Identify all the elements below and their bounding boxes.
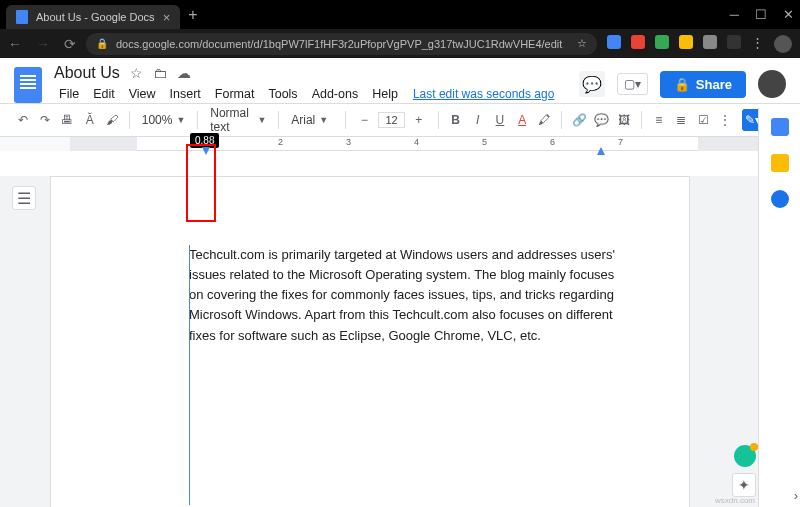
tab-title: About Us - Google Docs [36,11,155,23]
extension-icon[interactable] [679,35,693,49]
lock-icon: 🔒 [674,77,690,92]
comment-history-button[interactable]: 💬 [579,71,605,97]
horizontal-ruler[interactable]: 0.88 1 2 3 4 5 6 7 [70,137,760,151]
bold-icon[interactable]: B [446,109,464,131]
move-icon[interactable]: 🗀 [153,65,167,81]
extension-icon[interactable] [607,35,621,49]
separator [197,111,198,129]
browser-tab[interactable]: About Us - Google Docs × [6,5,180,29]
watermark: wsxdn.com [715,496,755,505]
explore-button[interactable]: ✦ [732,473,756,497]
separator [561,111,562,129]
extension-icon[interactable] [655,35,669,49]
share-button[interactable]: 🔒 Share [660,71,746,98]
image-icon[interactable]: 🖼 [615,109,633,131]
lock-icon: 🔒 [96,38,108,49]
url-text: docs.google.com/document/d/1bqPW7lF1fHF3… [116,38,562,50]
document-title[interactable]: About Us [54,64,120,82]
keep-icon[interactable] [771,154,789,172]
menu-help[interactable]: Help [367,85,403,103]
document-canvas: Techcult.com is primarily targeted at Wi… [0,176,758,507]
separator [129,111,130,129]
print-icon[interactable]: 🖶 [58,109,76,131]
account-avatar[interactable] [758,70,786,98]
more-icon[interactable]: ⋮ [716,109,734,131]
url-input[interactable]: 🔒 docs.google.com/document/d/1bqPW7lF1fH… [86,33,597,55]
extension-icon[interactable] [703,35,717,49]
link-icon[interactable]: 🔗 [570,109,588,131]
menu-view[interactable]: View [124,85,161,103]
increase-font-icon[interactable]: + [408,109,430,131]
new-tab-button[interactable]: + [188,6,197,24]
side-panel-collapse-icon[interactable]: › [794,488,798,503]
browser-tab-bar: About Us - Google Docs × + ─ ☐ ✕ [0,0,800,29]
reload-icon[interactable]: ⟳ [64,36,76,52]
separator [641,111,642,129]
annotation-highlight [186,144,216,222]
docs-logo-icon[interactable] [14,67,42,103]
left-margin[interactable] [70,137,137,151]
font-select[interactable]: Arial▼ [287,113,336,127]
star-icon[interactable]: ☆ [130,65,143,81]
align-icon[interactable]: ≡ [650,109,668,131]
right-indent-marker[interactable] [597,147,605,155]
calendar-icon[interactable] [771,118,789,136]
line-spacing-icon[interactable]: ≣ [672,109,690,131]
ruler-tick: 4 [414,137,419,147]
grammarly-icon[interactable] [734,445,756,467]
meet-button[interactable]: ▢▾ [617,73,648,95]
tasks-icon[interactable] [771,190,789,208]
spellcheck-icon[interactable]: Ă [81,109,99,131]
redo-icon[interactable]: ↷ [36,109,54,131]
docs-toolbar: ↶ ↷ 🖶 Ă 🖌 100%▼ Normal text▼ Arial▼ − 12… [0,103,800,137]
back-icon[interactable]: ← [8,36,22,52]
document-body-text[interactable]: Techcult.com is primarily targeted at Wi… [189,245,625,346]
docs-header: About Us ☆ 🗀 ☁ File Edit View Insert For… [0,58,800,103]
cloud-icon[interactable]: ☁ [177,65,191,81]
comment-icon[interactable]: 💬 [592,109,610,131]
tab-favicon [16,10,28,24]
zoom-select[interactable]: 100%▼ [138,113,190,127]
underline-icon[interactable]: U [491,109,509,131]
menu-edit[interactable]: Edit [88,85,120,103]
text-color-icon[interactable]: A [513,109,531,131]
document-page[interactable]: Techcult.com is primarily targeted at Wi… [50,176,690,507]
checklist-icon[interactable]: ☑ [694,109,712,131]
menu-tools[interactable]: Tools [263,85,302,103]
font-size-input[interactable]: 12 [378,112,404,128]
style-select[interactable]: Normal text▼ [206,106,270,134]
decrease-font-icon[interactable]: − [353,109,375,131]
window-controls: ─ ☐ ✕ [730,7,794,22]
maximize-icon[interactable]: ☐ [755,7,767,22]
separator [438,111,439,129]
paint-format-icon[interactable]: 🖌 [103,109,121,131]
italic-icon[interactable]: I [469,109,487,131]
right-margin[interactable] [698,137,760,151]
ruler-tick: 7 [618,137,623,147]
profile-avatar[interactable] [774,35,792,53]
undo-icon[interactable]: ↶ [14,109,32,131]
last-edit-link[interactable]: Last edit was seconds ago [413,87,554,101]
puzzle-icon[interactable] [727,35,741,49]
share-label: Share [696,77,732,92]
menu-format[interactable]: Format [210,85,260,103]
separator [345,111,346,129]
close-window-icon[interactable]: ✕ [783,7,794,22]
menu-icon[interactable]: ⋮ [751,35,764,53]
menu-addons[interactable]: Add-ons [307,85,364,103]
outline-toggle-button[interactable]: ☰ [12,186,36,210]
menu-insert[interactable]: Insert [165,85,206,103]
extension-icon[interactable] [631,35,645,49]
ruler-tick: 5 [482,137,487,147]
menu-file[interactable]: File [54,85,84,103]
star-icon[interactable]: ☆ [577,37,587,50]
ruler-area: 0.88 1 2 3 4 5 6 7 [0,137,800,151]
separator [278,111,279,129]
close-tab-icon[interactable]: × [163,10,171,25]
text-cursor [189,245,190,505]
highlight-icon[interactable]: 🖍 [535,109,553,131]
ruler-tick: 6 [550,137,555,147]
side-panel [758,108,800,507]
minimize-icon[interactable]: ─ [730,7,739,22]
ruler-tick: 3 [346,137,351,147]
